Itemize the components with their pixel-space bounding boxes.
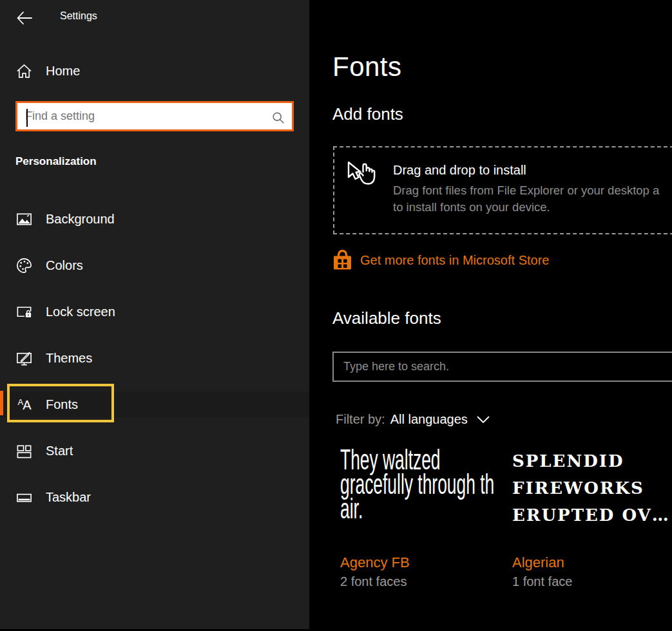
drag-drop-zone[interactable]: Drag and drop to install Drag font files… <box>333 146 672 234</box>
font-tile-algerian[interactable]: SPLENDID FIREWORKS ERUPTED OV… Algerian … <box>512 447 672 589</box>
font-search-input[interactable] <box>334 353 672 381</box>
font-name[interactable]: Agency FB <box>340 554 495 571</box>
font-name[interactable]: Algerian <box>512 554 672 571</box>
filter-label: Filter by: <box>336 412 385 427</box>
taskbar-icon <box>15 489 33 506</box>
fonts-icon: AA <box>15 396 33 413</box>
dropzone-description-line1: Drag font files from File Explorer or yo… <box>393 182 659 199</box>
app-title: Settings <box>60 10 97 22</box>
lock-screen-icon <box>15 303 33 321</box>
dropzone-title: Drag and drop to install <box>393 163 659 178</box>
start-tiles-icon <box>15 442 33 460</box>
sidebar-item-lock-screen[interactable]: Lock screen <box>0 299 309 325</box>
page-title: Fonts <box>332 52 402 82</box>
back-icon[interactable] <box>15 9 34 27</box>
sidebar-item-label: Fonts <box>46 397 78 412</box>
palette-icon <box>15 257 33 274</box>
filter-value: All languages <box>390 412 468 427</box>
preview-line: SPLENDID <box>512 447 672 475</box>
font-tile-agency-fb[interactable]: They waltzed gracefully through the air.… <box>340 447 495 589</box>
drag-cursor-hand-icon <box>345 158 379 193</box>
sidebar-item-label: Background <box>46 212 115 227</box>
sidebar-item-label: Colors <box>46 258 83 273</box>
sidebar: Settings Home Personalization Background <box>0 0 309 629</box>
font-search-box[interactable] <box>332 352 672 382</box>
selected-item-accent-bar <box>0 391 3 415</box>
fonts-settings-page: Fonts Add fonts Drag and drop to install… <box>309 0 672 631</box>
get-more-fonts-link[interactable]: Get more fonts in Microsoft Store <box>360 253 549 268</box>
sidebar-item-home[interactable]: Home <box>0 58 309 84</box>
add-fonts-heading: Add fonts <box>332 104 403 124</box>
find-setting-input[interactable] <box>17 103 292 129</box>
filter-by-dropdown[interactable]: Filter by: All languages <box>336 412 490 427</box>
sidebar-item-colors[interactable]: Colors <box>0 252 309 278</box>
get-more-fonts-link-row[interactable]: Get more fonts in Microsoft Store <box>332 250 549 270</box>
text-cursor <box>26 109 28 127</box>
settings-window: Settings Home Personalization Background <box>0 0 672 631</box>
sidebar-item-taskbar[interactable]: Taskbar <box>0 484 309 510</box>
sidebar-item-label: Home <box>46 64 80 79</box>
dropzone-text: Drag and drop to install Drag font files… <box>393 163 659 216</box>
category-title: Personalization <box>15 155 97 168</box>
find-setting-searchbox[interactable] <box>15 101 294 131</box>
sidebar-item-label: Taskbar <box>46 490 91 505</box>
sidebar-item-label: Start <box>46 444 73 458</box>
sidebar-item-fonts[interactable]: AA Fonts <box>0 391 309 417</box>
search-icon[interactable] <box>271 111 285 125</box>
home-icon <box>15 62 33 80</box>
preview-line: FIREWORKS <box>512 475 672 502</box>
image-icon <box>15 211 33 228</box>
sidebar-header: Settings <box>0 6 309 32</box>
preview-line: ERUPTED OV… <box>512 502 672 529</box>
available-fonts-heading: Available fonts <box>332 308 441 328</box>
font-preview-text: They waltzed gracefully through the air. <box>340 447 495 545</box>
sidebar-item-themes[interactable]: Themes <box>0 345 309 371</box>
sidebar-item-label: Lock screen <box>46 305 115 319</box>
themes-icon <box>15 350 33 367</box>
font-face-count: 1 font face <box>512 574 672 589</box>
sidebar-item-label: Themes <box>46 351 92 366</box>
sidebar-item-background[interactable]: Background <box>0 206 309 232</box>
microsoft-store-icon <box>332 250 352 270</box>
chevron-down-icon <box>477 416 490 424</box>
font-preview-text: SPLENDID FIREWORKS ERUPTED OV… <box>512 447 672 545</box>
font-face-count: 2 font faces <box>340 574 495 589</box>
preview-line: air. <box>340 496 433 521</box>
sidebar-item-start[interactable]: Start <box>0 438 309 464</box>
dropzone-description-line2: to install fonts on your device. <box>393 199 659 216</box>
